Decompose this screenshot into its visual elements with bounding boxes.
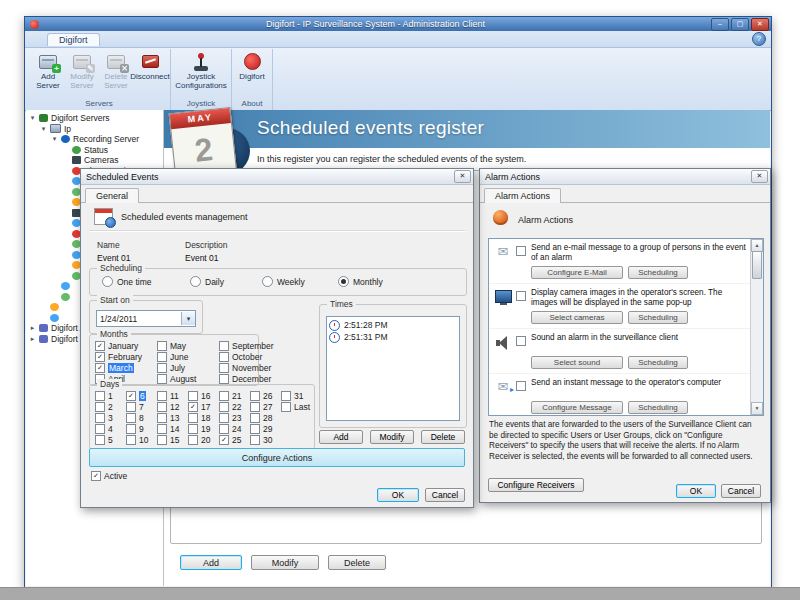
times-list[interactable]: 2:51:28 PM2:51:31 PM [326,316,460,421]
day-23[interactable]: 23 [219,412,242,423]
cancel-button[interactable]: Cancel [721,484,761,498]
configure-receivers-button[interactable]: Configure Receivers [488,478,584,492]
month-may[interactable]: May [157,340,209,351]
alarm-action-checkbox[interactable] [516,381,526,391]
day-1[interactable]: 1 [95,390,118,401]
day-29[interactable]: 29 [250,423,273,434]
start-date-picker[interactable]: 1/24/2011 ▾ [96,310,196,327]
month-july[interactable]: July [157,362,209,373]
tree-item-digifort-servers[interactable]: ▾Digifort Servers [26,113,163,124]
active-checkbox[interactable]: ✓ Active [91,470,127,481]
title-bar[interactable]: Digifort - IP Surveillance System - Admi… [25,17,771,31]
day-3[interactable]: 3 [95,412,118,423]
month-march[interactable]: ✓March [95,362,147,373]
radio-monthly[interactable]: Monthly [338,276,383,287]
alarm-actions-title-bar[interactable]: Alarm Actions ✕ [480,169,770,185]
joystick-configurations-button[interactable]: Joystick Configurations [174,49,228,90]
day-18[interactable]: 18 [188,412,211,423]
day-19[interactable]: 19 [188,423,211,434]
scheduling-button[interactable]: Scheduling [628,401,688,414]
modify-event-button[interactable]: Modify [251,555,319,570]
select-sound-button[interactable]: Select sound [531,356,623,369]
add-time-button[interactable]: Add [319,430,363,444]
tree-item-ip[interactable]: ▾Ip [26,124,163,135]
radio-daily[interactable]: Daily [190,276,224,287]
day-25[interactable]: ✓25 [219,434,242,445]
day-11[interactable]: 11 [157,390,180,401]
ok-button[interactable]: OK [676,484,716,498]
delete-event-button[interactable]: Delete [328,555,386,570]
scrollbar-thumb[interactable] [752,251,762,279]
alarm-action-checkbox[interactable] [516,336,526,346]
day-24[interactable]: 24 [219,423,242,434]
day-17[interactable]: ✓17 [188,401,211,412]
configure-actions-button[interactable]: Configure Actions [89,448,465,467]
day-8[interactable]: 8 [126,412,149,423]
tree-item-status[interactable]: Status [26,145,163,156]
day-31[interactable]: 31 [281,390,304,401]
disconnect-button[interactable]: Disconnect [133,49,167,81]
day-30[interactable]: 30 [250,434,273,445]
name-value[interactable]: Event 01 [97,253,131,263]
tree-item-cameras[interactable]: Cameras [26,155,163,166]
close-icon[interactable]: ✕ [751,170,768,183]
day-9[interactable]: 9 [126,423,149,434]
add-event-button[interactable]: Add [180,555,242,570]
tree-item-recording-server[interactable]: ▾Recording Server [26,134,163,145]
radio-weekly[interactable]: Weekly [262,276,305,287]
day-5[interactable]: 5 [95,434,118,445]
radio-one-time[interactable]: One time [102,276,152,287]
digifort-about-button[interactable]: Digifort [235,49,269,81]
scheduling-button[interactable]: Scheduling [628,356,688,369]
day-15[interactable]: 15 [157,434,180,445]
modify-time-button[interactable]: Modify [370,430,414,444]
configure-message-button[interactable]: Configure Message [531,401,623,414]
day-21[interactable]: 21 [219,390,242,401]
close-icon[interactable]: ✕ [454,170,471,183]
ok-button[interactable]: OK [377,488,419,502]
time-entry[interactable]: 2:51:28 PM [329,319,457,331]
scrollbar[interactable]: ▲ ▼ [750,239,763,415]
day-last[interactable]: Last [281,401,304,412]
day-16[interactable]: 16 [188,390,211,401]
add-server-button[interactable]: + Add Server [31,49,65,90]
modify-server-button[interactable]: ✎ Modify Server [65,49,99,90]
month-october[interactable]: October [219,351,271,362]
day-2[interactable]: 2 [95,401,118,412]
delete-time-button[interactable]: Delete [421,430,465,444]
alarm-action-checkbox[interactable] [516,291,526,301]
cancel-button[interactable]: Cancel [425,488,465,502]
delete-server-button[interactable]: ✕ Delete Server [99,49,133,90]
day-10[interactable]: 10 [126,434,149,445]
minimize-icon[interactable]: – [711,18,729,31]
scroll-down-icon[interactable]: ▼ [751,402,763,415]
day-27[interactable]: 27 [250,401,273,412]
day-20[interactable]: 20 [188,434,211,445]
month-january[interactable]: ✓January [95,340,147,351]
scheduling-button[interactable]: Scheduling [628,266,688,279]
chevron-down-icon[interactable]: ▾ [181,312,195,325]
month-november[interactable]: November [219,362,271,373]
tab-general[interactable]: General [85,188,139,203]
maximize-icon[interactable]: ▢ [731,18,749,31]
month-february[interactable]: ✓February [95,351,147,362]
day-22[interactable]: 22 [219,401,242,412]
configure-e-mail-button[interactable]: Configure E-Mail [531,266,623,279]
month-december[interactable]: December [219,373,271,384]
day-13[interactable]: 13 [157,412,180,423]
tab-digifort[interactable]: Digifort [47,33,100,46]
select-cameras-button[interactable]: Select cameras [531,311,623,324]
scheduled-events-title-bar[interactable]: Scheduled Events ✕ [81,169,473,185]
month-june[interactable]: June [157,351,209,362]
month-september[interactable]: September [219,340,271,351]
day-4[interactable]: 4 [95,423,118,434]
day-28[interactable]: 28 [250,412,273,423]
alarm-action-checkbox[interactable] [516,246,526,256]
day-12[interactable]: 12 [157,401,180,412]
time-entry[interactable]: 2:51:31 PM [329,331,457,343]
month-august[interactable]: August [157,373,209,384]
help-icon[interactable]: ? [752,32,766,46]
tab-alarm-actions[interactable]: Alarm Actions [484,188,561,203]
scheduling-button[interactable]: Scheduling [628,311,688,324]
close-icon[interactable]: ✕ [751,18,769,31]
